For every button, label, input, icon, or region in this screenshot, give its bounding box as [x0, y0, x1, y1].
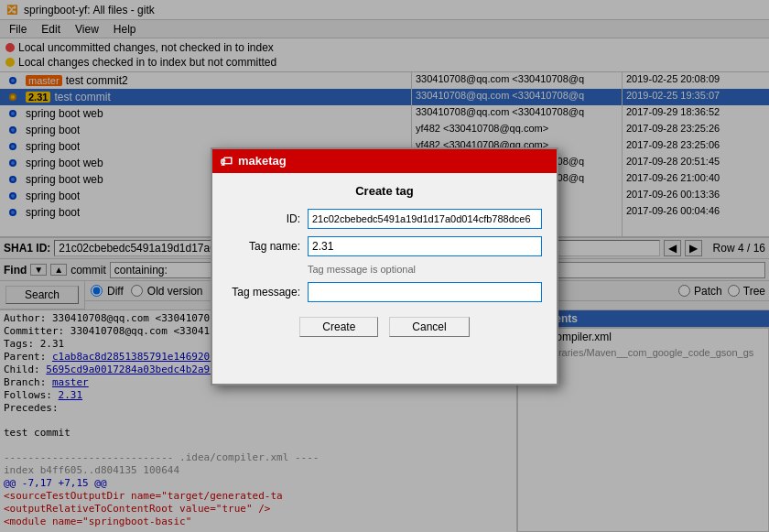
modal-content: Create tag ID: Tag name: Tag message is …: [212, 173, 557, 348]
modal-id-input[interactable]: [308, 209, 542, 229]
modal-section-title: Create tag: [227, 184, 542, 198]
modal-create-button[interactable]: Create: [299, 317, 378, 337]
maketag-modal: 🏷 maketag Create tag ID: Tag name: Tag m…: [211, 147, 558, 385]
modal-hint: Tag message is optional: [308, 264, 542, 275]
modal-id-row: ID:: [227, 209, 542, 229]
modal-cancel-button[interactable]: Cancel: [389, 317, 469, 337]
modal-tagname-input[interactable]: [308, 236, 542, 256]
modal-overlay: 🏷 maketag Create tag ID: Tag name: Tag m…: [0, 0, 769, 532]
modal-tagname-row: Tag name:: [227, 236, 542, 256]
modal-title-text: maketag: [238, 154, 287, 168]
modal-tagname-label: Tag name:: [227, 240, 300, 253]
modal-tagmsg-input[interactable]: [308, 282, 542, 302]
modal-buttons: Create Cancel: [227, 317, 542, 337]
modal-id-label: ID:: [227, 212, 300, 225]
modal-tagmsg-label: Tag message:: [227, 286, 300, 299]
modal-title-icon: 🏷: [220, 154, 233, 168]
modal-title-bar: 🏷 maketag: [212, 149, 557, 173]
modal-tagmsg-row: Tag message:: [227, 282, 542, 302]
